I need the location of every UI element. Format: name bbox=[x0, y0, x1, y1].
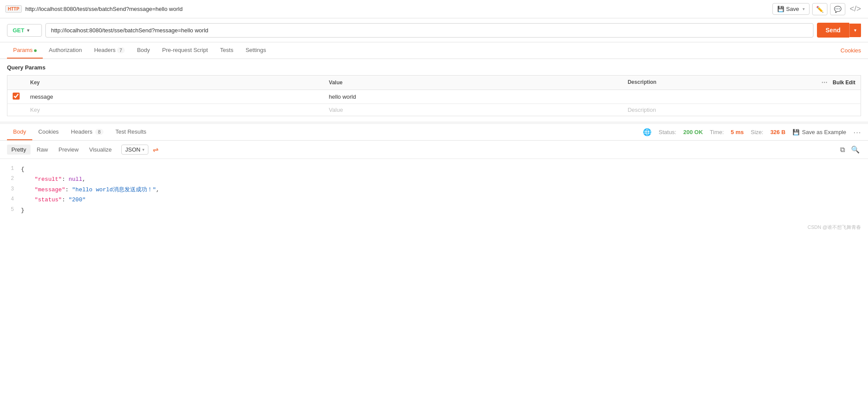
edit-icon: ✏️ bbox=[816, 6, 823, 13]
code-view: 1 { 2 "result": null, 3 "message": "hell… bbox=[0, 159, 868, 221]
empty-desc[interactable]: Description bbox=[622, 104, 861, 116]
query-params-section: Query Params Key Value Description ⋯ Bul… bbox=[0, 59, 868, 121]
send-dropdown-button[interactable]: ▾ bbox=[849, 24, 861, 37]
watermark: CSDN @谁不想飞舞青春 bbox=[0, 221, 868, 234]
tab-authorization[interactable]: Authorization bbox=[43, 42, 88, 59]
format-tab-preview[interactable]: Preview bbox=[54, 145, 83, 155]
save-label: Save bbox=[786, 6, 799, 12]
tab-params[interactable]: Params bbox=[7, 42, 43, 59]
response-tab-testresults[interactable]: Test Results bbox=[110, 124, 153, 140]
th-value: Value bbox=[324, 76, 623, 90]
response-tab-body[interactable]: Body bbox=[7, 124, 32, 140]
method-label: GET bbox=[13, 27, 24, 34]
format-tab-pretty[interactable]: Pretty bbox=[7, 145, 31, 155]
send-button-group: Send ▾ bbox=[817, 23, 861, 38]
query-params-title: Query Params bbox=[7, 64, 861, 71]
top-bar-url: http://localhost:8080/test/sse/batchSend… bbox=[25, 6, 769, 12]
status-label: Status: bbox=[659, 129, 676, 135]
status-code: 200 OK bbox=[683, 129, 703, 135]
size-value: 326 B bbox=[770, 129, 786, 135]
table-row-empty: Key Value Description bbox=[7, 104, 861, 116]
row-checkbox[interactable] bbox=[13, 93, 20, 100]
save-icon: 💾 bbox=[777, 6, 784, 12]
line-num-3: 3 bbox=[0, 185, 21, 195]
method-select[interactable]: GET ▾ bbox=[7, 24, 42, 37]
line-content-4: "status": "200" bbox=[21, 195, 868, 205]
save-example-button[interactable]: 💾 Save as Example bbox=[793, 129, 846, 135]
row-checkbox-cell bbox=[7, 90, 25, 104]
line-content-1: { bbox=[21, 164, 868, 174]
params-table: Key Value Description ⋯ Bulk Edit messag… bbox=[7, 75, 861, 116]
row-key[interactable]: message bbox=[25, 90, 324, 104]
th-checkbox bbox=[7, 76, 25, 90]
response-headers-badge: 8 bbox=[95, 129, 103, 135]
row-value[interactable]: hello world bbox=[324, 90, 623, 104]
tab-tests[interactable]: Tests bbox=[214, 42, 239, 59]
response-tabs: Body Cookies Headers 8 Test Results bbox=[7, 124, 152, 140]
format-actions: ⧉ 🔍 bbox=[839, 144, 861, 155]
headers-badge: 7 bbox=[117, 47, 125, 53]
copy-button[interactable]: ⧉ bbox=[839, 144, 846, 155]
url-input[interactable] bbox=[45, 23, 813, 38]
method-arrow-icon: ▾ bbox=[27, 28, 29, 33]
response-tab-cookies[interactable]: Cookies bbox=[32, 124, 65, 140]
close-button[interactable]: </> bbox=[848, 3, 863, 15]
size-label: Size: bbox=[751, 129, 763, 135]
time-label: Time: bbox=[710, 129, 724, 135]
response-more-button[interactable]: ⋯ bbox=[853, 128, 861, 137]
line-num-1: 1 bbox=[0, 164, 21, 174]
line-num-4: 4 bbox=[0, 195, 21, 205]
empty-key[interactable]: Key bbox=[25, 104, 324, 116]
format-tab-visualize[interactable]: Visualize bbox=[85, 145, 116, 155]
response-section: Body Cookies Headers 8 Test Results 🌐 St… bbox=[0, 124, 868, 221]
th-desc: Description ⋯ Bulk Edit bbox=[622, 76, 861, 90]
th-key: Key bbox=[25, 76, 324, 90]
format-select[interactable]: JSON ▾ bbox=[121, 145, 148, 155]
line-content-5: } bbox=[21, 205, 868, 215]
params-dot bbox=[34, 49, 37, 52]
response-tabs-row: Body Cookies Headers 8 Test Results 🌐 St… bbox=[0, 124, 868, 141]
search-button[interactable]: 🔍 bbox=[850, 144, 861, 155]
wrap-button[interactable]: ⇌ bbox=[150, 145, 161, 155]
tab-headers[interactable]: Headers7 bbox=[88, 42, 131, 59]
comment-icon: 💬 bbox=[834, 6, 841, 13]
line-num-5: 5 bbox=[0, 205, 21, 215]
code-line-5: 5 } bbox=[0, 205, 868, 215]
bulk-edit-button[interactable]: Bulk Edit bbox=[833, 79, 855, 86]
tab-settings[interactable]: Settings bbox=[240, 42, 272, 59]
save-button[interactable]: 💾 Save ▾ bbox=[772, 3, 810, 15]
tab-prerequest[interactable]: Pre-request Script bbox=[156, 42, 214, 59]
format-tabs-row: Pretty Raw Preview Visualize JSON ▾ ⇌ ⧉ … bbox=[0, 141, 868, 159]
row-description[interactable] bbox=[622, 90, 861, 104]
send-main-button[interactable]: Send bbox=[817, 23, 849, 38]
time-value: 5 ms bbox=[731, 129, 744, 135]
code-line-3: 3 "message": "hello world消息发送成功！", bbox=[0, 185, 868, 195]
empty-checkbox-cell bbox=[7, 104, 25, 116]
http-icon: HTTP bbox=[5, 5, 22, 13]
empty-value[interactable]: Value bbox=[324, 104, 623, 116]
tab-body[interactable]: Body bbox=[131, 42, 156, 59]
save-example-label: Save as Example bbox=[802, 129, 846, 135]
response-tab-headers[interactable]: Headers 8 bbox=[65, 124, 110, 140]
line-content-2: "result": null, bbox=[21, 174, 868, 184]
request-tabs: Params Authorization Headers7 Body Pre-r… bbox=[0, 42, 868, 59]
save-arrow-icon: ▾ bbox=[803, 7, 805, 11]
top-bar: HTTP http://localhost:8080/test/sse/batc… bbox=[0, 0, 868, 18]
cookies-link[interactable]: Cookies bbox=[841, 47, 861, 54]
line-content-3: "message": "hello world消息发送成功！", bbox=[21, 185, 868, 195]
comment-button[interactable]: 💬 bbox=[830, 3, 845, 15]
save-example-icon: 💾 bbox=[793, 129, 799, 135]
table-row: message hello world bbox=[7, 90, 861, 104]
format-tab-raw[interactable]: Raw bbox=[32, 145, 52, 155]
globe-icon: 🌐 bbox=[643, 128, 652, 136]
top-actions: 💾 Save ▾ ✏️ 💬 </> bbox=[772, 3, 863, 15]
code-line-1: 1 { bbox=[0, 164, 868, 174]
url-bar: GET ▾ Send ▾ bbox=[0, 18, 868, 42]
format-label: JSON bbox=[125, 146, 141, 153]
code-line-4: 4 "status": "200" bbox=[0, 195, 868, 205]
response-status-row: 🌐 Status: 200 OK Time: 5 ms Size: 326 B … bbox=[643, 128, 861, 137]
code-line-2: 2 "result": null, bbox=[0, 174, 868, 184]
format-arrow-icon: ▾ bbox=[142, 147, 144, 152]
table-more-icon[interactable]: ⋯ bbox=[821, 79, 827, 86]
edit-button[interactable]: ✏️ bbox=[812, 3, 827, 15]
